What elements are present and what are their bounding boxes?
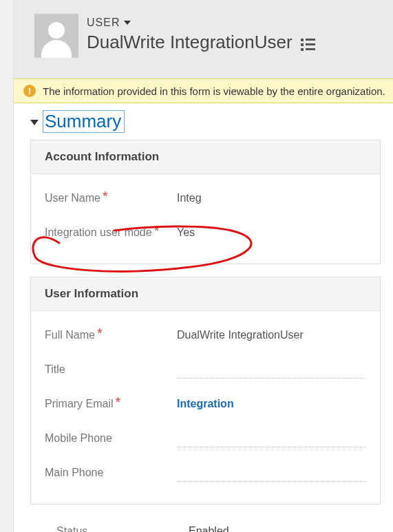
username-field: User Name * Integ (45, 182, 366, 217)
fullname-label: Full Name * (45, 329, 169, 341)
section-header[interactable]: Summary (30, 110, 381, 133)
required-icon: * (154, 226, 160, 239)
mobile-value[interactable] (177, 432, 366, 447)
username-value[interactable]: Integ (177, 192, 366, 207)
fullname-field: Full Name * DualWrite IntegrationUser (45, 319, 366, 354)
collapse-caret-icon (30, 120, 39, 125)
main-phone-field: Main Phone (45, 457, 366, 491)
user-info-body: Full Name * DualWrite IntegrationUser Ti… (31, 311, 380, 504)
title-label: Title (45, 363, 169, 376)
fullname-value[interactable]: DualWrite IntegrationUser (177, 329, 366, 344)
email-label: Primary Email * (45, 398, 169, 410)
entity-type-row[interactable]: USER (87, 17, 315, 29)
record-title: DualWrite IntegrationUser (87, 32, 293, 53)
integration-mode-value[interactable]: Yes (177, 226, 366, 242)
caret-down-icon (124, 21, 131, 25)
account-info-card: Account Information User Name * Integ In… (30, 140, 381, 264)
main-phone-value[interactable] (177, 467, 366, 482)
mobile-label: Mobile Phone (45, 432, 169, 445)
notification-bar[interactable]: ! The information provided in this form … (14, 78, 393, 103)
user-info-card: User Information Full Name * DualWrite I… (30, 277, 381, 504)
required-icon: * (116, 398, 121, 410)
email-field: Primary Email * Integration (45, 388, 366, 423)
integration-mode-label: Integration user mode * (45, 226, 169, 239)
user-info-heading: User Information (31, 277, 380, 311)
status-label: Status (56, 525, 180, 532)
mobile-field: Mobile Phone (45, 423, 366, 457)
notification-text: The information provided in this form is… (43, 85, 385, 97)
entity-type-label: USER (87, 17, 120, 29)
header-title-row: DualWrite IntegrationUser (87, 32, 315, 53)
section-title: Summary (43, 110, 125, 133)
status-value: Enabled (189, 525, 229, 532)
user-avatar-icon (34, 14, 78, 58)
page: USER DualWrite IntegrationUser ! The inf… (14, 0, 393, 532)
form-content: Summary Account Information User Name * … (14, 103, 393, 532)
integration-mode-field: Integration user mode * Yes (45, 217, 366, 251)
form-selector-icon[interactable] (301, 39, 315, 51)
email-value[interactable]: Integration (177, 398, 366, 413)
title-value[interactable] (177, 363, 366, 379)
record-header: USER DualWrite IntegrationUser (14, 0, 393, 78)
status-row: Status Enabled (30, 517, 381, 532)
required-icon: * (97, 329, 103, 341)
header-text: USER DualWrite IntegrationUser (87, 17, 315, 53)
main-phone-label: Main Phone (45, 467, 169, 479)
required-icon: * (103, 192, 108, 204)
warning-icon: ! (23, 85, 36, 97)
account-info-body: User Name * Integ Integration user mode … (31, 174, 380, 264)
title-field: Title (45, 354, 366, 388)
username-label: User Name * (45, 192, 169, 204)
account-info-heading: Account Information (31, 140, 380, 174)
left-gutter (0, 0, 14, 532)
